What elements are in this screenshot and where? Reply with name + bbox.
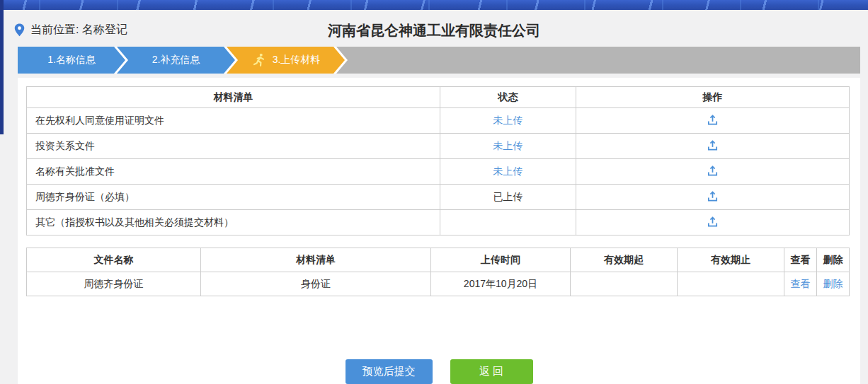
col-status: 状态 — [440, 87, 576, 108]
col-material-list: 材料清单 — [201, 248, 431, 272]
table-row: 周德齐身份证 身份证 2017年10月20日 查看 删除 — [27, 272, 850, 296]
view-link[interactable]: 查看 — [791, 278, 811, 289]
table-row: 其它（指授权书以及其他相关必须提交材料） — [27, 210, 850, 235]
table-row: 名称有关批准文件 未上传 — [27, 159, 850, 185]
step-label: 3.上传材料 — [273, 54, 321, 66]
col-valid-from: 有效期起 — [571, 248, 678, 272]
col-valid-to: 有效期止 — [678, 248, 784, 272]
step-supplement-info[interactable]: 2.补充信息 — [117, 47, 235, 74]
material-name: 周德齐身份证（必填） — [27, 185, 440, 210]
breadcrumb-label: 当前位置: 名称登记 — [30, 23, 127, 37]
files-header-row: 文件名称 材料清单 上传时间 有效期起 有效期止 查看 删除 — [27, 248, 850, 272]
top-banner — [0, 0, 868, 10]
upload-icon[interactable] — [706, 190, 719, 203]
table-row: 投资关系文件 未上传 — [27, 134, 850, 159]
col-delete: 删除 — [817, 248, 850, 272]
col-file-name: 文件名称 — [27, 248, 201, 272]
materials-header-row: 材料清单 状态 操作 — [27, 87, 850, 108]
material-name: 在先权利人同意使用证明文件 — [27, 108, 440, 134]
file-material: 身份证 — [201, 272, 431, 296]
col-action: 操作 — [576, 87, 850, 108]
file-valid-from — [571, 272, 678, 296]
file-valid-to — [678, 272, 784, 296]
table-row: 在先权利人同意使用证明文件 未上传 — [27, 108, 850, 134]
step-label: 2.补充信息 — [152, 54, 200, 66]
delete-link[interactable]: 删除 — [823, 278, 843, 289]
table-row: 周德齐身份证（必填） 已上传 — [27, 185, 850, 210]
back-button[interactable]: 返 回 — [450, 359, 533, 384]
uploaded-files-table: 文件名称 材料清单 上传时间 有效期起 有效期止 查看 删除 周德齐身份证 身份… — [26, 248, 850, 296]
step-upload-materials[interactable]: 3.上传材料 — [227, 47, 345, 74]
action-buttons: 预览后提交 返 回 — [18, 359, 860, 384]
file-name: 周德齐身份证 — [27, 272, 201, 296]
location-pin-icon — [14, 23, 25, 37]
upload-icon[interactable] — [706, 139, 719, 152]
col-view: 查看 — [784, 248, 817, 272]
materials-table: 材料清单 状态 操作 在先权利人同意使用证明文件 未上传 投资关系文件 未上传 … — [26, 86, 850, 235]
material-name: 其它（指授权书以及其他相关必须提交材料） — [27, 210, 440, 235]
breadcrumb: 当前位置: 名称登记 — [14, 23, 127, 37]
step-name-info[interactable]: 1.名称信息 — [18, 47, 125, 74]
material-name: 名称有关批准文件 — [27, 159, 440, 185]
col-upload-time: 上传时间 — [431, 248, 571, 272]
preview-submit-button[interactable]: 预览后提交 — [346, 359, 433, 384]
content-panel: 材料清单 状态 操作 在先权利人同意使用证明文件 未上传 投资关系文件 未上传 … — [18, 78, 860, 384]
upload-icon[interactable] — [706, 215, 719, 228]
runner-icon — [251, 52, 267, 68]
step-wizard: 1.名称信息 2.补充信息 3.上传材料 — [18, 47, 860, 74]
step-label: 1.名称信息 — [47, 54, 96, 66]
status-link[interactable]: 未上传 — [493, 115, 523, 126]
upload-icon[interactable] — [706, 113, 719, 127]
page-header: 河南省昆仑神通工业有限责任公司 当前位置: 名称登记 1.名称信息 2.补充信息 — [0, 10, 868, 78]
status-link[interactable]: 未上传 — [493, 140, 523, 151]
status-link[interactable]: 未上传 — [493, 165, 523, 177]
step-bar-remainder — [336, 47, 860, 74]
col-material-list: 材料清单 — [27, 87, 440, 108]
file-upload-date: 2017年10月20日 — [431, 272, 571, 296]
status-text: 已上传 — [493, 191, 523, 202]
material-name: 投资关系文件 — [27, 134, 440, 159]
upload-icon[interactable] — [706, 164, 719, 178]
page-title: 河南省昆仑神通工业有限责任公司 — [0, 21, 868, 40]
